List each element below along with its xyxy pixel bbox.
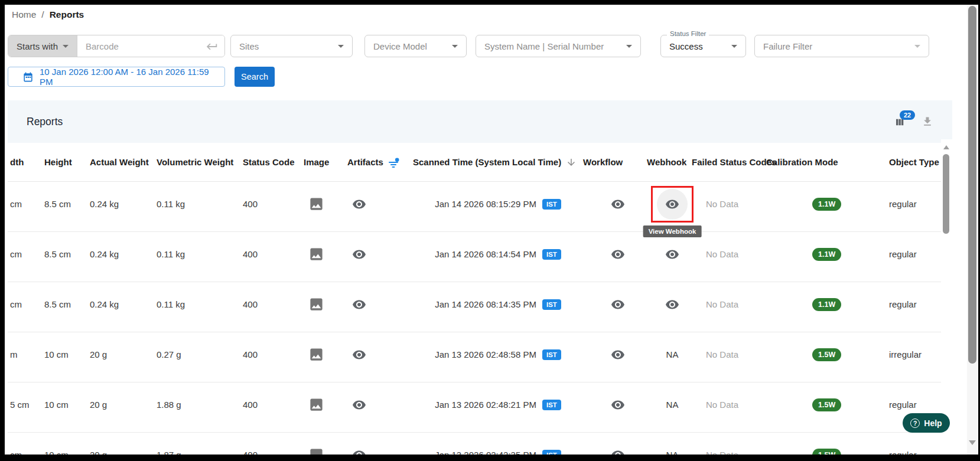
cell-scanned_time: Jan 13 2026 02:48:21 PMIST (413, 400, 583, 410)
view-artifacts-icon[interactable] (352, 247, 366, 261)
breadcrumb: Home / Reports (12, 9, 84, 20)
help-button[interactable]: ? Help (903, 413, 950, 433)
view-artifacts-icon[interactable] (352, 197, 366, 211)
calibration-mode-badge: 1.1W (812, 248, 841, 261)
image-thumbnail-icon[interactable] (308, 346, 324, 362)
filter-badge-icon[interactable] (388, 158, 399, 169)
cell-height: 10 cm (44, 450, 90, 455)
reports-panel-header: Reports 22 (8, 100, 952, 143)
chevron-down-icon (338, 45, 344, 48)
cell-webhook (635, 239, 692, 270)
cell-calibration_mode: 1.5W (766, 449, 886, 455)
cell-failed_status_codes: No Data (692, 299, 766, 309)
chevron-down-icon (914, 45, 920, 48)
scanned-time-value: Jan 13 2026 02:48:58 PM (435, 349, 536, 359)
barcode-input[interactable] (77, 35, 224, 57)
search-button[interactable]: Search (235, 67, 275, 87)
sites-dropdown[interactable]: Sites (230, 35, 353, 57)
view-workflow-icon[interactable] (611, 247, 625, 261)
view-workflow-icon[interactable] (611, 197, 625, 211)
cell-scanned_time: Jan 14 2026 08:14:54 PMIST (413, 249, 583, 260)
cell-failed_status_codes: No Data (692, 450, 766, 455)
table-header-row: dthHeightActual WeightVolumetric WeightS… (8, 143, 952, 182)
cell-status_code: 400 (240, 450, 304, 455)
system-name-dropdown[interactable]: System Name | Serial Number (476, 35, 641, 57)
cell-webhook: NA (635, 400, 692, 410)
scroll-up-icon[interactable] (943, 145, 949, 149)
table-scrollbar[interactable] (941, 139, 952, 455)
cell-workflow (583, 398, 635, 412)
breadcrumb-home-link[interactable]: Home (12, 9, 36, 20)
cell-workflow (583, 448, 635, 455)
header-cell-calibration_mode: Calibration Mode (766, 157, 886, 167)
cell-width: cm (8, 450, 44, 455)
question-icon: ? (910, 419, 920, 428)
date-search-row: 10 Jan 2026 12:00 AM - 16 Jan 2026 11:59… (5, 67, 978, 87)
sort-desc-icon[interactable] (566, 157, 577, 168)
failed-status-value: No Data (706, 400, 738, 410)
cell-volumetric_weight: 1.87 g (157, 450, 240, 455)
keyboard-return-icon[interactable] (206, 40, 219, 55)
view-artifacts-icon[interactable] (352, 448, 366, 455)
cell-object_type: regular (886, 299, 939, 309)
view-artifacts-icon[interactable] (352, 348, 366, 362)
view-artifacts-icon[interactable] (352, 297, 366, 312)
failure-filter-dropdown[interactable]: Failure Filter (754, 35, 929, 57)
image-thumbnail-icon[interactable] (308, 246, 324, 262)
view-webhook-button[interactable]: View Webhook (657, 189, 688, 220)
date-range-picker[interactable]: 10 Jan 2026 12:00 AM - 16 Jan 2026 11:59… (8, 67, 225, 87)
failed-status-value: No Data (706, 349, 738, 359)
cell-image (304, 246, 347, 262)
header-label: Volumetric Weight (157, 157, 233, 167)
view-webhook-button[interactable] (657, 289, 688, 320)
cell-height: 10 cm (44, 349, 90, 359)
image-thumbnail-icon[interactable] (308, 296, 324, 312)
cell-actual_weight: 0.24 kg (90, 249, 157, 259)
table-scrollbar-thumb[interactable] (943, 154, 949, 234)
view-workflow-icon[interactable] (611, 297, 625, 312)
download-button[interactable] (922, 116, 933, 127)
calibration-mode-badge: 1.1W (812, 298, 841, 311)
window-scrollbar[interactable] (967, 5, 978, 455)
header-cell-scanned_time[interactable]: Scanned Time (System Local Time) (413, 157, 583, 168)
view-artifacts-icon[interactable] (352, 398, 366, 412)
match-mode-dropdown[interactable]: Starts with (8, 35, 77, 57)
header-label: Actual Weight (90, 157, 149, 167)
cell-workflow (583, 297, 635, 312)
cell-actual_weight: 20 g (90, 349, 157, 359)
header-label: Calibration Mode (766, 157, 838, 167)
highlight-annotation-box (651, 186, 694, 223)
cell-image (304, 346, 347, 362)
cell-volumetric_weight: 0.27 g (157, 349, 240, 359)
failed-status-value: No Data (706, 450, 738, 455)
columns-count-badge: 22 (900, 110, 915, 120)
status-filter-label: Status Filter (667, 30, 709, 37)
cell-scanned_time: Jan 13 2026 02:48:58 PMIST (413, 349, 583, 360)
image-thumbnail-icon[interactable] (308, 447, 324, 455)
cell-width: cm (8, 199, 44, 209)
cell-failed_status_codes: No Data (692, 199, 766, 209)
cell-status_code: 400 (240, 299, 304, 309)
view-workflow-icon[interactable] (611, 398, 625, 412)
scroll-down-icon[interactable] (969, 440, 976, 445)
filter-bar: Starts with Sites Device Model System Na… (5, 35, 978, 57)
device-model-dropdown[interactable]: Device Model (364, 35, 467, 57)
view-webhook-button[interactable] (657, 239, 688, 270)
column-settings-button[interactable]: 22 (894, 117, 905, 127)
view-workflow-icon[interactable] (611, 448, 625, 455)
view-webhook-icon[interactable] (665, 247, 679, 261)
header-cell-image: Image (304, 157, 347, 167)
cell-failed_status_codes: No Data (692, 400, 766, 410)
scanned-time-value: Jan 13 2026 02:48:21 PM (435, 400, 536, 410)
view-workflow-icon[interactable] (611, 348, 625, 362)
status-filter-dropdown[interactable]: Status Filter Success (660, 35, 746, 57)
scanned-time-value: Jan 14 2026 08:14:54 PM (435, 249, 536, 259)
view-webhook-icon[interactable] (665, 297, 679, 312)
window-scrollbar-thumb[interactable] (968, 6, 976, 364)
cell-workflow (583, 197, 635, 211)
image-thumbnail-icon[interactable] (308, 397, 324, 413)
image-thumbnail-icon[interactable] (308, 196, 324, 212)
cell-failed_status_codes: No Data (692, 349, 766, 359)
header-label: Artifacts (347, 157, 383, 167)
cell-width: 5 cm (8, 400, 44, 410)
